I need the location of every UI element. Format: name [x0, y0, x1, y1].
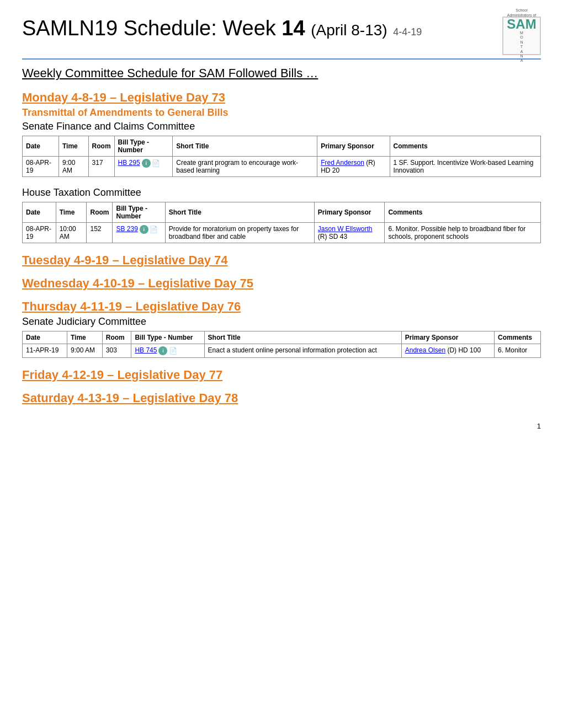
week-number: 14: [282, 17, 305, 40]
main-title: SAMLN19 Schedule: Week 14 (April 8-13) 4…: [22, 17, 422, 40]
cell-short-title: Enact a student online personal informat…: [204, 344, 401, 358]
logo-sam-text: SAM: [507, 18, 536, 31]
cell-comments: 6. Monitor: [495, 344, 541, 358]
cell-date: 08-APR-19: [23, 223, 56, 243]
table-column-header: Room: [88, 136, 114, 157]
bill-icons: i📄: [140, 225, 158, 234]
table-row: 08-APR-1910:00 AM152SB 239i📄Provide for …: [23, 223, 541, 243]
table-column-header: Bill Type - Number: [114, 136, 173, 157]
committee-heading-senate-finance: Senate Finance and Claims Committee: [22, 121, 541, 132]
cell-bill-number: HB 745i📄: [131, 344, 204, 358]
table-column-header: Comments: [390, 136, 540, 157]
cell-date: 08-APR-19: [23, 157, 59, 177]
table-column-header: Comments: [385, 202, 541, 223]
cell-sponsor: Andrea Olsen (D) HD 100: [401, 344, 494, 358]
table-senate-finance: DateTimeRoomBill Type - NumberShort Titl…: [22, 136, 541, 177]
table-column-header: Bill Type - Number: [113, 202, 165, 223]
bill-link[interactable]: HB 295: [118, 159, 140, 167]
bill-doc-icon[interactable]: 📄: [152, 159, 160, 168]
cell-sponsor: Fred Anderson (R) HD 20: [317, 157, 390, 177]
cell-time: 9:00 AM: [67, 344, 102, 358]
table-row: 11-APR-199:00 AM303HB 745i📄Enact a stude…: [23, 344, 541, 358]
version: 4-4-19: [393, 26, 422, 38]
bill-icons: i📄: [142, 159, 160, 168]
cell-room: 303: [102, 344, 131, 358]
table-column-header: Primary Sponsor: [314, 202, 385, 223]
page-number: 1: [22, 422, 541, 430]
day-heading-monday: Monday 4-8-19 – Legislative Day 73: [22, 90, 541, 105]
page-subtitle: Weekly Committee Schedule for SAM Follow…: [22, 66, 541, 81]
sponsor-link[interactable]: Jason W Ellsworth: [318, 225, 373, 233]
table-column-header: Primary Sponsor: [317, 136, 390, 157]
days-container: Monday 4-8-19 – Legislative Day 73Transm…: [22, 90, 541, 405]
table-column-header: Date: [23, 202, 56, 223]
cell-sponsor: Jason W Ellsworth (R) SD 43: [314, 223, 385, 243]
date-range: (April 8-13): [311, 22, 387, 39]
day-heading-tuesday: Tuesday 4-9-19 – Legislative Day 74: [22, 253, 541, 267]
table-column-header: Short Title: [204, 331, 401, 344]
day-heading-saturday: Saturday 4-13-19 – Legislative Day 78: [22, 391, 541, 405]
bill-icons: i📄: [158, 346, 177, 355]
table-column-header: Time: [56, 202, 87, 223]
table-senate-judiciary: DateTimeRoomBill Type - NumberShort Titl…: [22, 331, 541, 358]
table-column-header: Date: [23, 331, 67, 344]
table-house-taxation: DateTimeRoomBill Type - NumberShort Titl…: [22, 202, 541, 243]
table-column-header: Short Title: [165, 202, 314, 223]
committee-heading-house-taxation: House Taxation Committee: [22, 187, 541, 199]
table-column-header: Comments: [495, 331, 541, 344]
cell-comments: 1 SF. Support. Incentivize Work-based Le…: [390, 157, 540, 177]
table-column-header: Short Title: [173, 136, 317, 157]
sam-logo: School Administrators of SAM M O N T A N…: [502, 17, 541, 55]
cell-time: 9:00 AM: [59, 157, 88, 177]
table-column-header: Time: [67, 331, 102, 344]
cell-short-title: Provide for moratorium on property taxes…: [165, 223, 314, 243]
page-header: SAMLN19 Schedule: Week 14 (April 8-13) 4…: [22, 17, 541, 60]
table-column-header: Date: [23, 136, 59, 157]
cell-room: 152: [87, 223, 113, 243]
table-column-header: Time: [59, 136, 88, 157]
cell-bill-number: HB 295i📄: [114, 157, 173, 177]
bill-info-icon[interactable]: i: [158, 346, 167, 355]
cell-date: 11-APR-19: [23, 344, 67, 358]
table-column-header: Room: [102, 331, 131, 344]
table-row: 08-APR-199:00 AM317HB 295i📄Create grant …: [23, 157, 541, 177]
day-heading-wednesday: Wednesday 4-10-19 – Legislative Day 75: [22, 276, 541, 291]
cell-bill-number: SB 239i📄: [113, 223, 165, 243]
title-prefix: SAMLN19 Schedule: Week: [22, 17, 282, 40]
bill-info-icon[interactable]: i: [142, 159, 151, 168]
committee-heading-senate-judiciary: Senate Judiciary Committee: [22, 316, 541, 328]
bill-info-icon[interactable]: i: [140, 225, 148, 234]
table-column-header: Primary Sponsor: [401, 331, 494, 344]
day-heading-thursday: Thursday 4-11-19 – Legislative Day 76: [22, 299, 541, 314]
bill-link[interactable]: SB 239: [116, 225, 137, 233]
cell-short-title: Create grant program to encourage work-b…: [173, 157, 317, 177]
table-column-header: Bill Type - Number: [131, 331, 204, 344]
sponsor-link[interactable]: Andrea Olsen: [405, 346, 445, 354]
cell-comments: 6. Monitor. Possible help to broadband f…: [385, 223, 541, 243]
cell-room: 317: [88, 157, 114, 177]
bill-doc-icon[interactable]: 📄: [169, 346, 177, 355]
bill-doc-icon[interactable]: 📄: [150, 225, 158, 234]
sponsor-link[interactable]: Fred Anderson: [321, 159, 364, 167]
table-column-header: Room: [87, 202, 113, 223]
day-heading-friday: Friday 4-12-19 – Legislative Day 77: [22, 368, 541, 382]
subheading-monday: Transmittal of Amendments to General Bil…: [22, 107, 541, 119]
cell-time: 10:00 AM: [56, 223, 87, 243]
bill-link[interactable]: HB 745: [135, 346, 157, 354]
logo-bottom-text: M O N T A N A: [520, 31, 523, 63]
